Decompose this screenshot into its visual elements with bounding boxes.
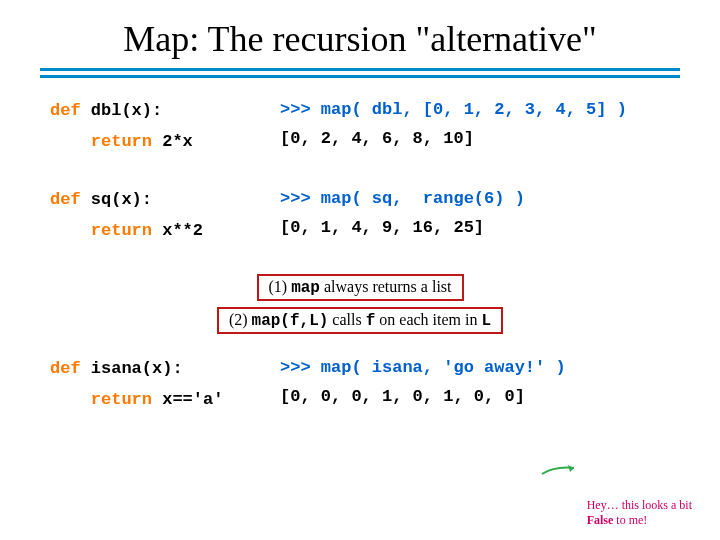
example-isana: def isana(x): return x=='a' >>> map( isa… (50, 354, 670, 415)
kw-return: return (50, 221, 162, 240)
repl-output: [0, 0, 0, 1, 0, 1, 0, 0] (280, 387, 525, 406)
annot-false: False (587, 513, 614, 527)
t: always returns a list (320, 278, 452, 295)
kw-def: def (50, 359, 91, 378)
kw-def: def (50, 101, 91, 120)
annot-line2b: to me! (613, 513, 647, 527)
arrow-icon (540, 464, 580, 476)
body: x**2 (162, 221, 203, 240)
mono: map(f,L) (252, 312, 329, 330)
example-dbl: def dbl(x): return 2*x >>> map( dbl, [0,… (50, 96, 670, 157)
t: calls (328, 311, 365, 328)
code-def-isana: def isana(x): return x=='a' (50, 354, 280, 415)
repl-call: >>> map( isana, 'go away!' ) (280, 358, 566, 377)
kw-return: return (50, 132, 162, 151)
code-call-dbl: >>> map( dbl, [0, 1, 2, 3, 4, 5] ) [0, 2… (280, 96, 670, 157)
kw-def: def (50, 190, 91, 209)
note-2: (2) map(f,L) calls f on each item in L (217, 307, 503, 334)
mono: f (366, 312, 376, 330)
note-1: (1) map always returns a list (257, 274, 464, 301)
body: x=='a' (162, 390, 223, 409)
mono: map (291, 279, 320, 297)
mono: L (481, 312, 491, 330)
code-call-sq: >>> map( sq, range(6) ) [0, 1, 4, 9, 16,… (280, 185, 670, 246)
sig: isana(x): (91, 359, 183, 378)
repl-output: [0, 1, 4, 9, 16, 25] (280, 218, 484, 237)
repl-output: [0, 2, 4, 6, 8, 10] (280, 129, 474, 148)
slide-title: Map: The recursion "alternative" (0, 18, 720, 60)
example-sq: def sq(x): return x**2 >>> map( sq, rang… (50, 185, 670, 246)
code-def-dbl: def dbl(x): return 2*x (50, 96, 280, 157)
code-call-isana: >>> map( isana, 'go away!' ) [0, 0, 0, 1… (280, 354, 670, 415)
kw-return: return (50, 390, 162, 409)
annotation: Hey… this looks a bit False to me! (587, 498, 692, 528)
notes-block: (1) map always returns a list (2) map(f,… (50, 274, 670, 334)
sig: dbl(x): (91, 101, 162, 120)
t: on each item in (375, 311, 481, 328)
repl-call: >>> map( sq, range(6) ) (280, 189, 525, 208)
code-def-sq: def sq(x): return x**2 (50, 185, 280, 246)
annot-line1: Hey… this looks a bit (587, 498, 692, 512)
repl-call: >>> map( dbl, [0, 1, 2, 3, 4, 5] ) (280, 100, 627, 119)
sig: sq(x): (91, 190, 152, 209)
t: (1) (269, 278, 292, 295)
t: (2) (229, 311, 252, 328)
slide-body: def dbl(x): return 2*x >>> map( dbl, [0,… (0, 78, 720, 416)
body: 2*x (162, 132, 193, 151)
